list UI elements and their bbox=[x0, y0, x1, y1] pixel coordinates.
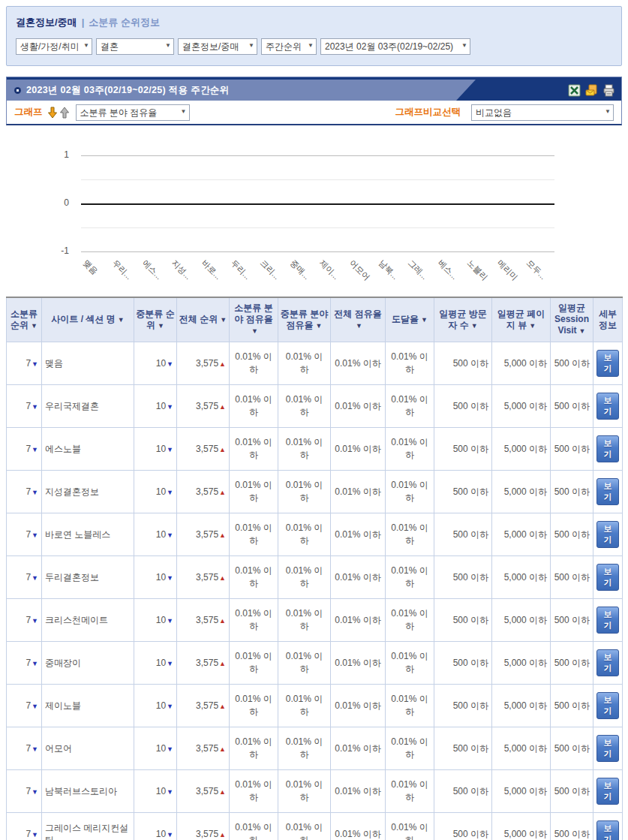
detail-view-button[interactable]: 보기 bbox=[596, 393, 619, 420]
cell-mid-share: 0.01% 이하 bbox=[278, 813, 331, 840]
col-header-daily-session-visit[interactable]: 일평균 Session Visit▼ bbox=[551, 297, 593, 342]
panel-titlebar: 2023년 02월 03주(02/19~02/25) 적용 주간순위 bbox=[7, 77, 621, 101]
gridline-0-5 bbox=[81, 179, 554, 180]
detail-view-button[interactable]: 보기 bbox=[596, 692, 619, 719]
detail-view-button[interactable]: 보기 bbox=[596, 350, 619, 377]
cell-daily-sessions: 500 이하 bbox=[551, 385, 593, 428]
x-tick-label: 제이... bbox=[317, 257, 342, 282]
cell-total-rank: 3,575▲ bbox=[177, 642, 230, 685]
cell-total-share: 0.01% 이하 bbox=[331, 642, 386, 685]
sort-ascending-arrow-icon[interactable] bbox=[59, 107, 70, 119]
period-week-select[interactable]: 2023년 02월 03주(02/19~02/25) bbox=[320, 38, 470, 55]
detail-view-button[interactable]: 보기 bbox=[596, 564, 619, 591]
category-title: 결혼정보/중매 bbox=[16, 17, 77, 28]
graph-compare-select[interactable]: 비교없음 bbox=[471, 104, 614, 121]
category-large-select[interactable]: 생활/가정/취미 bbox=[16, 38, 92, 55]
detail-view-button[interactable]: 보기 bbox=[596, 649, 619, 676]
cell-total-rank: 3,575▲ bbox=[177, 556, 230, 599]
x-axis-labels: 맺음우리...에스...지성...바로...두리...크리...중매...제이.… bbox=[81, 256, 606, 297]
rank-down-icon: ▼ bbox=[167, 446, 173, 453]
cell-mid-share: 0.01% 이하 bbox=[278, 471, 331, 513]
detail-view-button[interactable]: 보기 bbox=[596, 435, 619, 462]
cell-daily-pageviews: 5,000 이하 bbox=[492, 428, 551, 471]
rank-down-icon: ▼ bbox=[32, 788, 38, 796]
cell-detail: 보기 bbox=[593, 342, 623, 385]
col-header-site-name[interactable]: 사이트 / 섹션 명▼ bbox=[42, 297, 134, 342]
period-type-select[interactable]: 주간순위 bbox=[261, 38, 317, 55]
cell-site-name: 두리결혼정보 bbox=[42, 556, 134, 599]
bullet-icon bbox=[14, 87, 21, 94]
cell-sub-rank: 7▼ bbox=[7, 727, 42, 770]
cell-site-name: 지성결혼정보 bbox=[42, 471, 134, 513]
table-row: 7▼ 바로연 노블레스 10▼ 3,575▲ 0.01% 이하 0.01% 이하… bbox=[7, 513, 623, 556]
detail-view-button[interactable]: 보기 bbox=[596, 478, 619, 505]
cell-reach: 0.01% 이하 bbox=[386, 685, 434, 727]
rank-down-icon: ▼ bbox=[32, 489, 38, 496]
detail-view-button[interactable]: 보기 bbox=[596, 778, 619, 805]
x-tick-label: 그레... bbox=[406, 257, 431, 282]
rank-down-icon: ▼ bbox=[32, 745, 38, 753]
category-mid-select[interactable]: 결혼 bbox=[96, 38, 174, 55]
rank-up-icon: ▲ bbox=[219, 831, 226, 838]
cell-mid-rank: 10▼ bbox=[134, 599, 177, 642]
category-small-select[interactable]: 결혼정보/중매 bbox=[178, 38, 257, 55]
cell-sub-share: 0.01% 이하 bbox=[230, 642, 278, 685]
cell-mid-rank: 10▼ bbox=[134, 342, 177, 385]
rank-down-icon: ▼ bbox=[32, 617, 38, 625]
detail-view-button[interactable]: 보기 bbox=[596, 820, 619, 840]
cell-total-rank: 3,575▲ bbox=[177, 770, 230, 813]
subcategory-subtitle: 소분류 순위정보 bbox=[89, 17, 160, 28]
col-header-daily-pageviews[interactable]: 일평균 페이지 뷰▼ bbox=[492, 297, 551, 342]
cell-daily-pageviews: 5,000 이하 bbox=[492, 770, 551, 813]
cell-daily-visitors: 500 이하 bbox=[434, 385, 492, 428]
detail-view-button[interactable]: 보기 bbox=[596, 607, 619, 634]
rank-down-icon: ▼ bbox=[167, 788, 173, 796]
col-header-sub-rank[interactable]: 소분류 순위▼ bbox=[7, 297, 42, 342]
cell-reach: 0.01% 이하 bbox=[386, 342, 434, 385]
rank-down-icon: ▼ bbox=[167, 403, 173, 411]
col-header-mid-rank[interactable]: 중분류 순위▼ bbox=[134, 297, 177, 342]
cell-detail: 보기 bbox=[593, 642, 623, 685]
rank-down-icon: ▼ bbox=[32, 703, 38, 710]
excel-export-icon[interactable] bbox=[568, 84, 581, 97]
cell-detail: 보기 bbox=[593, 727, 623, 770]
cell-total-rank: 3,575▲ bbox=[177, 428, 230, 471]
x-tick-label: 크리... bbox=[258, 257, 283, 282]
col-header-daily-visitors[interactable]: 일평균 방문자 수▼ bbox=[434, 297, 492, 342]
cell-total-rank: 3,575▲ bbox=[177, 727, 230, 770]
col-header-total-share[interactable]: 전체 점유율▼ bbox=[331, 297, 386, 342]
mail-send-icon[interactable] bbox=[585, 84, 598, 97]
rank-down-icon: ▼ bbox=[167, 703, 173, 710]
table-row: 7▼ 맺음 10▼ 3,575▲ 0.01% 이하 0.01% 이하 0.01%… bbox=[7, 342, 623, 385]
x-tick-label: 어모어 bbox=[347, 257, 372, 283]
cell-daily-sessions: 500 이하 bbox=[551, 471, 593, 513]
sort-descending-arrow-icon[interactable] bbox=[47, 107, 58, 119]
print-icon[interactable] bbox=[602, 84, 615, 97]
col-header-mid-share[interactable]: 중분류 분야 점유율▼ bbox=[278, 297, 331, 342]
col-header-sub-share[interactable]: 소분류 분야 점유율▼ bbox=[230, 297, 278, 342]
rank-down-icon: ▼ bbox=[167, 831, 173, 838]
cell-detail: 보기 bbox=[593, 770, 623, 813]
detail-view-button[interactable]: 보기 bbox=[596, 735, 619, 762]
cell-daily-visitors: 500 이하 bbox=[434, 556, 492, 599]
cell-total-share: 0.01% 이하 bbox=[331, 770, 386, 813]
rank-down-icon: ▼ bbox=[167, 360, 173, 368]
x-tick-label: 남북... bbox=[376, 257, 401, 282]
y-tick-label: 0 bbox=[47, 197, 69, 208]
cell-sub-rank: 7▼ bbox=[7, 813, 42, 840]
cell-site-name: 중매장이 bbox=[42, 642, 134, 685]
x-tick-label: 두리... bbox=[228, 257, 253, 282]
cell-site-name: 크리스천메이트 bbox=[42, 599, 134, 642]
cell-sub-rank: 7▼ bbox=[7, 685, 42, 727]
sort-icon: ▼ bbox=[31, 322, 38, 330]
cell-site-name: 에스노블 bbox=[42, 428, 134, 471]
rank-up-icon: ▲ bbox=[219, 660, 226, 667]
table-row: 7▼ 에스노블 10▼ 3,575▲ 0.01% 이하 0.01% 이하 0.0… bbox=[7, 428, 623, 471]
col-header-reach[interactable]: 도달율▼ bbox=[386, 297, 434, 342]
cell-total-rank: 3,575▲ bbox=[177, 685, 230, 727]
graph-metric-select[interactable]: 소분류 분야 점유율 bbox=[76, 104, 190, 121]
col-header-total-rank[interactable]: 전체 순위▼ bbox=[177, 297, 230, 342]
detail-view-button[interactable]: 보기 bbox=[596, 521, 619, 548]
panel-titlebar-left: 2023년 02월 03주(02/19~02/25) 적용 주간순위 bbox=[7, 80, 476, 101]
cell-total-rank: 3,575▲ bbox=[177, 342, 230, 385]
